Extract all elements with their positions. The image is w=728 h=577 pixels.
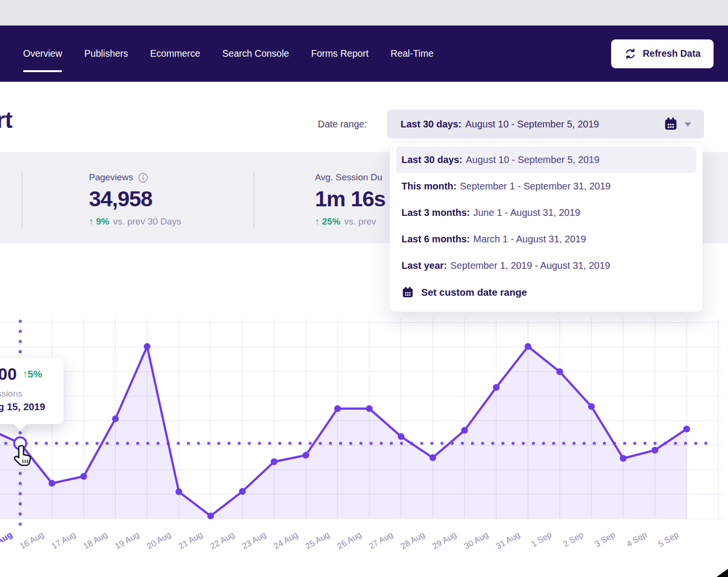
nav-tabs: Overview Publishers Ecommerce Search Con… bbox=[23, 25, 434, 82]
analytics-dashboard: Overview Publishers Ecommerce Search Con… bbox=[0, 0, 728, 577]
refresh-button-label: Refresh Data bbox=[643, 48, 701, 59]
up-arrow-icon: ↑ bbox=[23, 368, 28, 379]
dropdown-item-set-custom-range[interactable]: Set custom date range bbox=[396, 279, 696, 306]
dropdown-item-this-month[interactable]: This month:September 1 - September 31, 2… bbox=[396, 173, 696, 200]
tab-ecommerce[interactable]: Ecommerce bbox=[150, 25, 200, 82]
main-nav: Overview Publishers Ecommerce Search Con… bbox=[0, 25, 728, 82]
calendar-icon bbox=[402, 286, 414, 299]
tab-publishers[interactable]: Publishers bbox=[84, 25, 128, 82]
tab-overview[interactable]: Overview bbox=[23, 25, 62, 82]
tooltip-date: g 15, 2019 bbox=[0, 401, 45, 413]
chart-tooltip: 00 ↑5% ssions g 15, 2019 bbox=[0, 358, 63, 424]
refresh-data-button[interactable]: Refresh Data bbox=[611, 39, 714, 68]
tooltip-series-label: ssions bbox=[0, 389, 22, 399]
chart-area-fill bbox=[0, 347, 687, 518]
tab-real-time[interactable]: Real-Time bbox=[390, 25, 433, 82]
refresh-icon bbox=[624, 48, 637, 60]
hand-cursor-icon bbox=[12, 444, 34, 468]
dropdown-item-last-3-months[interactable]: Last 3 months:June 1 - August 31, 2019 bbox=[396, 200, 696, 226]
date-range-dropdown: Last 30 days:August 10 - September 5, 20… bbox=[389, 142, 703, 312]
tab-forms-report[interactable]: Forms Report bbox=[311, 25, 368, 82]
tooltip-value: 00 ↑5% bbox=[0, 364, 42, 384]
dropdown-item-last-year[interactable]: Last year:September 1, 2019 - August 31,… bbox=[396, 252, 696, 279]
dropdown-item-last-30-days[interactable]: Last 30 days:August 10 - September 5, 20… bbox=[396, 147, 696, 173]
dropdown-item-last-6-months[interactable]: Last 6 months:March 1 - August 31, 2019 bbox=[396, 226, 696, 252]
screen-corner-artifact bbox=[716, 569, 728, 577]
tab-search-console[interactable]: Search Console bbox=[222, 25, 289, 82]
